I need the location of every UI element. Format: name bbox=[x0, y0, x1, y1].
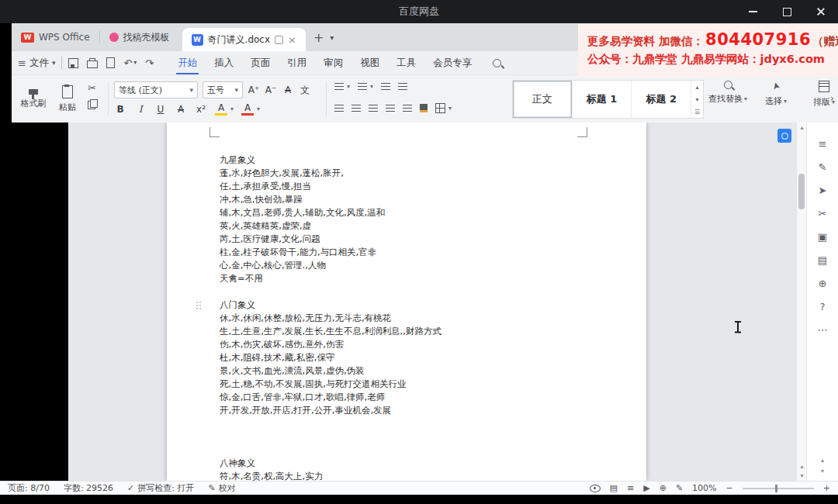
chevron-down-icon[interactable]: ▾ bbox=[347, 83, 350, 90]
decrease-indent-button[interactable] bbox=[381, 83, 390, 90]
side-tool-icon[interactable]: ▤ bbox=[812, 250, 833, 270]
file-menu-button[interactable]: ≡ 文件 ▾ bbox=[12, 57, 61, 70]
zoom-out-button[interactable]: − bbox=[726, 484, 733, 492]
tab-template-doc[interactable]: 找稿壳模板 bbox=[100, 23, 179, 51]
paragraph-drag-handle-icon[interactable] bbox=[196, 302, 198, 303]
select-button[interactable]: ➤ 选择▾ bbox=[757, 81, 795, 108]
menu-item[interactable]: 视图 bbox=[351, 51, 388, 74]
menu-item[interactable]: 引用 bbox=[279, 51, 315, 74]
font-size-select[interactable]: 五号 ▾ bbox=[203, 81, 243, 98]
chevron-down-icon[interactable]: ▾ bbox=[230, 105, 234, 112]
wps-logo[interactable]: W WPS Office bbox=[12, 23, 99, 51]
view-mode-icon[interactable]: ▶ bbox=[643, 484, 649, 492]
print-preview-button[interactable] bbox=[106, 57, 115, 68]
document-page[interactable]: 九星象义蓬,水,好色胆大,发展,蓬松,胀开,任,土,承担承受,慢,担当冲,木,急… bbox=[167, 123, 646, 481]
view-mode-icon[interactable]: ✎ bbox=[676, 484, 683, 492]
cut-button[interactable]: ✂ bbox=[88, 83, 96, 93]
find-replace-button[interactable]: 查找替换▾ bbox=[708, 81, 747, 108]
side-scroll-up-icon[interactable]: ▴ bbox=[821, 457, 824, 464]
player-titlebar: 百度网盘 bbox=[0, 0, 838, 23]
page-indicator[interactable]: 页面: 8/70 bbox=[8, 482, 50, 494]
strikethrough-button[interactable]: A bbox=[175, 104, 187, 115]
menu-item[interactable]: 插入 bbox=[206, 51, 242, 74]
redo-button[interactable]: ↷ bbox=[145, 58, 154, 68]
side-scroll-down-icon[interactable]: ▾ bbox=[821, 468, 824, 475]
style-heading2[interactable]: 标题 2 bbox=[632, 81, 691, 118]
italic-button[interactable]: I bbox=[134, 104, 147, 115]
menu-item[interactable]: 审阅 bbox=[315, 51, 351, 74]
styles-scroll-down-icon[interactable]: ▾ bbox=[696, 96, 699, 103]
justify-button[interactable] bbox=[386, 105, 395, 112]
vertical-scrollbar[interactable]: ▴ ▴ ▾ bbox=[796, 123, 807, 481]
highlight-color-button[interactable]: A bbox=[215, 102, 227, 116]
side-tool-icon[interactable]: ≡ bbox=[812, 133, 833, 154]
format-painter-button[interactable]: 格式刷 bbox=[18, 81, 49, 118]
decrease-font-button[interactable]: A⁻ bbox=[265, 85, 277, 95]
chevron-down-icon[interactable]: ▾ bbox=[448, 105, 452, 112]
word-count[interactable]: 字数: 29526 bbox=[64, 482, 113, 494]
zoom-slider-thumb[interactable] bbox=[775, 485, 777, 492]
chevron-down-icon[interactable]: ▾ bbox=[257, 105, 260, 112]
view-mode-icon[interactable]: ⊕ bbox=[660, 484, 667, 492]
copy-button[interactable] bbox=[88, 101, 95, 109]
minimize-button[interactable] bbox=[736, 0, 770, 23]
tab-list-dropdown-icon[interactable]: ▾ bbox=[330, 33, 334, 42]
scrollbar-thumb[interactable] bbox=[798, 174, 805, 209]
align-right-button[interactable] bbox=[369, 105, 378, 112]
side-tool-icon[interactable]: ➤ bbox=[812, 180, 833, 200]
tab-close-icon[interactable]: × bbox=[288, 35, 296, 45]
side-tool-icon[interactable]: ⊕ bbox=[812, 273, 833, 293]
eye-protection-icon[interactable] bbox=[590, 485, 601, 492]
underline-button[interactable]: U bbox=[154, 104, 167, 115]
numbered-list-button[interactable] bbox=[358, 83, 367, 90]
superscript-button[interactable]: x² bbox=[195, 104, 207, 115]
close-button[interactable] bbox=[804, 0, 838, 23]
align-center-button[interactable] bbox=[351, 105, 361, 112]
side-tool-icon[interactable]: ✂ bbox=[812, 203, 833, 223]
zoom-slider[interactable] bbox=[743, 488, 814, 489]
align-left-button[interactable] bbox=[334, 105, 344, 112]
side-tool-icon[interactable]: ✎ bbox=[812, 157, 833, 177]
view-mode-icon[interactable]: ▤ bbox=[610, 484, 618, 492]
menu-item[interactable]: 开始 bbox=[169, 51, 206, 74]
search-button[interactable] bbox=[493, 59, 501, 67]
spellcheck-toggle[interactable]: ✓ 拼写检查: 打开 bbox=[127, 482, 194, 494]
menu-item[interactable]: 页面 bbox=[242, 51, 279, 74]
maximize-button[interactable] bbox=[770, 0, 804, 23]
chevron-down-icon[interactable]: ▾ bbox=[370, 83, 373, 90]
menu-item[interactable]: 会员专享 bbox=[424, 51, 480, 74]
font-name-select[interactable]: 等线 (正文) ▾ bbox=[114, 81, 198, 98]
clear-format-button[interactable]: A bbox=[282, 85, 294, 95]
style-normal[interactable]: 正文 bbox=[513, 81, 573, 118]
doc-heading: 八门象义 bbox=[220, 299, 623, 312]
position-pin-button[interactable] bbox=[777, 129, 791, 143]
tab-active-document[interactable]: W 奇门讲义.docx × bbox=[182, 28, 306, 51]
bullet-list-button[interactable] bbox=[334, 83, 344, 90]
new-tab-button[interactable]: + bbox=[313, 30, 324, 45]
phonetic-guide-button[interactable]: 文 bbox=[299, 84, 311, 97]
undo-button[interactable]: ↶▾ bbox=[123, 58, 137, 68]
print-button[interactable] bbox=[87, 58, 98, 68]
font-color-button[interactable]: A bbox=[241, 102, 254, 116]
line-spacing-button[interactable] bbox=[403, 105, 412, 112]
zoom-value[interactable]: 100% bbox=[692, 483, 716, 493]
side-tool-icon[interactable]: ▣ bbox=[812, 226, 833, 247]
save-button[interactable] bbox=[68, 58, 78, 68]
side-tool-icon[interactable]: ⋯ bbox=[812, 319, 833, 340]
shading-button[interactable] bbox=[420, 104, 428, 112]
paste-button[interactable]: 粘贴 bbox=[52, 81, 83, 118]
side-tool-icon[interactable]: ? bbox=[812, 296, 833, 316]
proofread-button[interactable]: ✎ 校对 bbox=[209, 482, 236, 494]
zoom-in-button[interactable]: + bbox=[823, 484, 830, 492]
increase-indent-button[interactable] bbox=[398, 83, 407, 90]
borders-button[interactable] bbox=[435, 103, 445, 113]
increase-font-button[interactable]: A⁺ bbox=[248, 85, 260, 95]
word-doc-icon: W bbox=[192, 34, 203, 46]
view-mode-icon[interactable]: ≡ bbox=[627, 484, 634, 492]
styles-scroll-up-icon[interactable]: ▴ bbox=[696, 84, 699, 91]
style-heading1[interactable]: 标题 1 bbox=[573, 81, 632, 118]
styles-more-icon[interactable]: ☰ bbox=[694, 109, 700, 116]
bold-button[interactable]: B bbox=[114, 104, 126, 115]
toolbar-overflow-button[interactable]: › bbox=[830, 92, 834, 104]
menu-item[interactable]: 工具 bbox=[388, 51, 424, 74]
